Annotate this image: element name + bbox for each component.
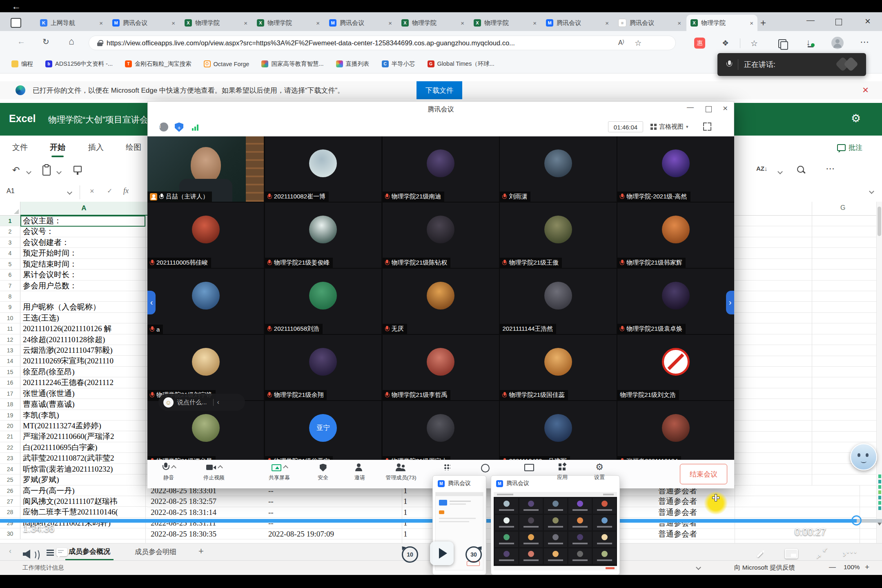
row-number[interactable]: 19	[0, 410, 20, 420]
row-number[interactable]: 10	[0, 313, 20, 323]
zoom-out-button[interactable]: —	[829, 563, 836, 571]
home-icon[interactable]: ⌂	[69, 36, 74, 47]
read-aloud-icon[interactable]: A	[618, 39, 623, 47]
tab-close-icon[interactable]: ×	[388, 20, 392, 27]
more-commands-icon[interactable]: ⋯	[826, 163, 835, 174]
participant-tile[interactable]: 2021110400—吕建军	[500, 401, 616, 463]
skip-forward-button[interactable]: 30	[466, 546, 482, 563]
view-mode-switcher[interactable]: 宫格视图 ▾	[650, 121, 688, 132]
zoom-in-button[interactable]: +	[865, 563, 869, 572]
sheet-tab-1[interactable]: 成员参会概况	[65, 543, 114, 560]
cell-a24[interactable]: 听惊雷(裴若迪2021110232)	[20, 464, 147, 474]
row-number[interactable]: 23	[0, 453, 20, 463]
cell-count[interactable]: 1	[403, 507, 408, 518]
cell-a27[interactable]: 阆风拂文(2021111107赵瑞祎	[20, 496, 147, 506]
participant-tile[interactable]: 物理学院21级王傲	[500, 203, 616, 268]
row-number[interactable]: 3	[0, 237, 20, 247]
toolbar-more-icon[interactable]	[444, 464, 450, 470]
favorite-star-icon[interactable]: ☆	[635, 38, 641, 48]
tab-close-icon[interactable]: ×	[461, 20, 464, 27]
progress-fill[interactable]	[0, 519, 857, 523]
row-number[interactable]: 26	[0, 486, 20, 496]
column-header-g[interactable]: G	[840, 204, 845, 212]
back-icon[interactable]: ←	[17, 37, 25, 46]
row-number[interactable]: 6	[0, 270, 20, 280]
danmaku-bubble-icon[interactable]	[56, 548, 67, 556]
meeting-close-button[interactable]: ×	[723, 103, 728, 113]
meeting-info-icon[interactable]: i	[159, 122, 168, 131]
cell-count[interactable]: 1	[403, 529, 408, 539]
row-number[interactable]: 18	[0, 399, 20, 409]
caret-up-icon[interactable]	[171, 465, 176, 470]
bookmark-item[interactable]: bADS1256中文资料 -...	[45, 60, 113, 68]
cell-leave-time[interactable]: --	[268, 496, 274, 507]
emoji-icon[interactable]: ☺	[163, 397, 174, 408]
participant-tile[interactable]: 物理学院21级姜俊峰	[265, 203, 381, 268]
new-tab-button[interactable]: +	[760, 17, 766, 29]
participant-tile[interactable]: 物理学院21级袁卓焕	[617, 269, 734, 334]
row-number[interactable]: 9	[0, 302, 20, 312]
play-button[interactable]	[430, 541, 454, 565]
cell-a4[interactable]: 预定开始时间：	[20, 248, 147, 258]
zoom-level[interactable]: 100%	[844, 564, 860, 571]
cell-a16[interactable]: 2021112246王德春(2021112	[20, 377, 147, 388]
row-number[interactable]: 20	[0, 421, 20, 431]
browser-tab[interactable]: M腾讯会议×	[325, 15, 396, 31]
clipboard-caret-icon[interactable]	[56, 169, 62, 174]
clipboard-icon[interactable]	[42, 165, 51, 176]
bookmark-item[interactable]: 国家高等教育智慧...	[261, 60, 323, 68]
grid-prev-page-button[interactable]: ‹	[147, 291, 156, 314]
row-number[interactable]: 25	[0, 474, 20, 485]
shrink-player-icon[interactable]: ↙ ↗	[816, 547, 828, 559]
ribbon-tab-插入[interactable]: 插入	[88, 136, 104, 159]
favorites-list-icon[interactable]: ☆	[751, 38, 758, 48]
cell-a28[interactable]: 应物二班李千慧2021110146(	[20, 507, 147, 517]
browser-tab[interactable]: X物理学院×	[180, 15, 252, 31]
tab-close-icon[interactable]: ×	[316, 20, 320, 27]
cell-a6[interactable]: 累计会议时长：	[20, 270, 147, 280]
cell-a11[interactable]: 2021110126(2021110126 解	[20, 323, 147, 334]
row-number[interactable]: 28	[0, 507, 20, 517]
toolbar-item-share[interactable]: 共享屏幕	[258, 462, 301, 481]
settings-dots-icon[interactable]: ⋯	[860, 37, 869, 47]
bookmark-item[interactable]: C半导小芯	[382, 60, 415, 68]
cell-role[interactable]: 普通参会者	[658, 507, 697, 518]
meeting-maximize-button[interactable]	[706, 106, 712, 112]
row-number[interactable]: 8	[0, 291, 20, 301]
participant-tile[interactable]: 物理学院21级陈钻权	[383, 203, 499, 268]
cell-role[interactable]: 普通参会者	[658, 529, 697, 539]
participant-tile[interactable]: 2021110658刘浩	[265, 269, 381, 334]
player-back-button[interactable]: ←	[11, 1, 21, 12]
sheet-tab-2[interactable]: 成员参会明细	[131, 543, 180, 560]
downloads-icon[interactable]: ↓	[806, 38, 811, 47]
cell-a2[interactable]: 会议号：	[20, 226, 147, 236]
participant-tile[interactable]: a	[147, 269, 264, 334]
cell-join-time[interactable]: 2022-08-25 18:30:35	[151, 529, 216, 539]
browser-tab[interactable]: M腾讯会议×	[108, 15, 179, 31]
volume-icon[interactable]	[23, 548, 38, 560]
row-number[interactable]: 16	[0, 377, 20, 388]
tab-close-icon[interactable]: ×	[750, 20, 753, 27]
participant-tile[interactable]: 物理学院21级周宇小	[383, 401, 499, 463]
cell-a13[interactable]: 云烟浩渺(2021111047郭毅)	[20, 345, 147, 355]
status-caret-icon[interactable]	[696, 565, 701, 570]
row-number[interactable]: 11	[0, 323, 20, 334]
excel-corner-cell[interactable]	[0, 202, 20, 216]
row-number[interactable]: 30	[0, 528, 20, 539]
cell-a26[interactable]: 高一丹(高一丹)	[20, 486, 147, 496]
participant-tile[interactable]: 物理学院21级李哲禹	[383, 335, 499, 400]
browser-tab[interactable]: X物理学院×	[397, 15, 468, 31]
toolbar-item-invite[interactable]: 邀请	[339, 462, 381, 481]
bookmark-item[interactable]: 直播列表	[336, 60, 370, 68]
cell-a8[interactable]	[20, 291, 147, 301]
undo-icon[interactable]: ↶	[12, 165, 20, 176]
toolbar-more-icon[interactable]	[524, 464, 534, 471]
toolbar-item-shield[interactable]: 安全	[302, 462, 344, 481]
row-number[interactable]: 14	[0, 356, 20, 366]
cell-leave-time[interactable]: 2022-08-25 19:07:09	[268, 529, 334, 539]
participant-tile[interactable]: 刘雨潇	[500, 136, 616, 202]
feedback-link[interactable]: 向 Microsoft 提供反馈	[734, 564, 795, 572]
formula-cancel-icon[interactable]: ×	[90, 187, 94, 196]
cell-a18[interactable]: 曹嘉诚(曹嘉诚)	[20, 399, 147, 409]
meeting-titlebar[interactable]: 腾讯会议 — ×	[148, 102, 734, 117]
